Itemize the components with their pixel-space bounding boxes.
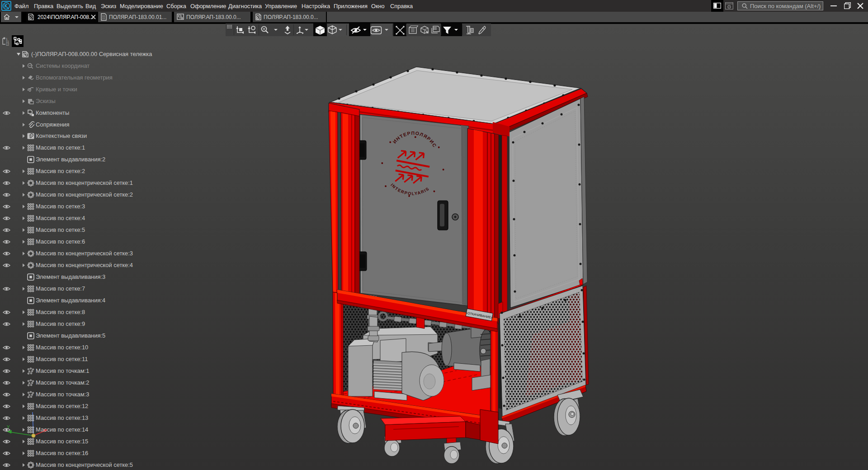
svg-text:12: 12 (6, 43, 9, 46)
